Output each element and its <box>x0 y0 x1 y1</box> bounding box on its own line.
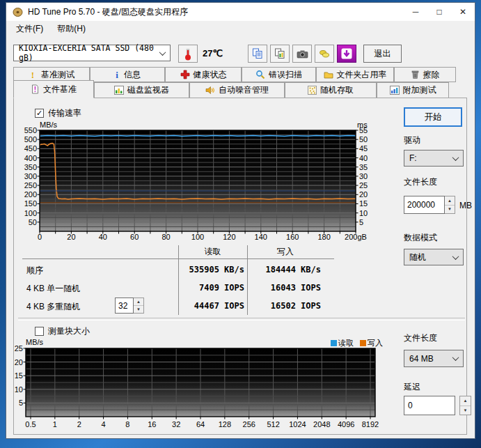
svg-text:60: 60 <box>130 233 139 241</box>
svg-text:1024: 1024 <box>289 420 306 428</box>
transfer-rate-chart: 5505004504003503002502001501005055504540… <box>14 120 376 245</box>
menu-help[interactable]: 帮助(H) <box>50 21 93 37</box>
tab-file-benchmark[interactable]: !文件基准 <box>13 80 94 98</box>
table-hline <box>22 258 334 259</box>
tab-health[interactable]: 健康状态 <box>165 67 242 82</box>
svg-text:0: 0 <box>38 233 42 241</box>
svg-text:0.5: 0.5 <box>25 420 36 428</box>
svg-text:25: 25 <box>359 181 368 190</box>
device-select-value: KIOXIA-EXCERIA SATA SSD (480 gB) <box>19 43 160 63</box>
aam-icon <box>205 86 215 95</box>
info-icon: i <box>114 70 120 79</box>
svg-text:256: 256 <box>243 420 255 428</box>
svg-text:16: 16 <box>148 420 156 428</box>
delay-spinner[interactable]: ▲▼ <box>459 396 471 415</box>
tab-disk-monitor[interactable]: 磁盘监视器 <box>94 82 189 98</box>
tab-label: 健康状态 <box>194 69 227 81</box>
delay-input[interactable]: 0 <box>404 396 455 415</box>
chevron-down-icon <box>452 253 459 260</box>
svg-text:5: 5 <box>19 399 23 407</box>
col-header-write: 写入 <box>247 246 324 258</box>
tab-label: 自动噪音管理 <box>219 84 269 96</box>
extra-tests-icon <box>390 86 400 95</box>
tab-info[interactable]: i信息 <box>90 67 165 82</box>
svg-text:10: 10 <box>359 209 368 217</box>
svg-text:180: 180 <box>317 233 330 241</box>
tab-error-scan[interactable]: 错误扫描 <box>242 67 316 82</box>
data-mode-value: 随机 <box>409 252 426 263</box>
tab-label: 磁盘监视器 <box>127 84 169 96</box>
copy-report-button[interactable] <box>248 45 267 63</box>
svg-text:MB/s: MB/s <box>26 338 44 346</box>
tab-random-access[interactable]: 随机存取 <box>285 82 377 98</box>
svg-text:10: 10 <box>15 385 23 394</box>
file-length2-select[interactable]: 64 MB <box>404 350 464 367</box>
svg-text:40: 40 <box>99 233 107 241</box>
svg-text:ms: ms <box>357 121 368 129</box>
svg-text:80: 80 <box>161 233 170 241</box>
save-results-button[interactable] <box>315 45 334 63</box>
temperature-button[interactable] <box>178 45 198 63</box>
minimize-button[interactable]: ─ <box>404 3 427 21</box>
svg-text:128: 128 <box>219 420 231 428</box>
window-title: HD Tune Pro 5.70 - 硬盘/固态硬盘实用程序 <box>28 6 188 18</box>
file-length-spinner[interactable]: 200000 ▲▼ <box>404 196 455 214</box>
col-header-read: 读取 <box>178 246 247 258</box>
screenshot-button[interactable] <box>292 45 312 63</box>
spin-down-button[interactable]: ▼ <box>445 206 455 214</box>
read-value: 7409 IOPS <box>181 283 244 293</box>
close-button[interactable]: ✕ <box>451 3 475 21</box>
svg-text:2: 2 <box>77 420 81 428</box>
start-button[interactable]: 开始 <box>404 107 462 127</box>
spin-up-button[interactable]: ▲ <box>460 396 471 406</box>
svg-text:4: 4 <box>102 420 106 428</box>
svg-text:32: 32 <box>172 420 180 428</box>
disk-monitor-icon <box>114 86 124 95</box>
queue-depth-spinner[interactable]: 32▲▼ <box>115 298 144 314</box>
drive-select-value: F: <box>409 153 417 163</box>
checkbox-box <box>35 327 44 336</box>
menu-file[interactable]: 文件(F) <box>9 21 50 37</box>
benchmark-icon: ! <box>29 70 38 79</box>
section-divider <box>18 318 465 320</box>
tab-erase[interactable]: 擦除 <box>394 67 456 82</box>
drive-label: 驱动 <box>404 134 420 146</box>
svg-text:45: 45 <box>359 144 368 153</box>
maximize-button[interactable]: □ <box>427 3 451 21</box>
write-value: 184444 KB/s <box>250 265 321 275</box>
spin-up-button[interactable]: ▲ <box>134 298 143 306</box>
svg-text:15: 15 <box>15 371 23 380</box>
svg-text:MB/s: MB/s <box>40 121 58 129</box>
svg-text:20: 20 <box>67 233 75 241</box>
copy-image-button[interactable] <box>270 45 290 63</box>
file-benchmark-page: ✓ 传输速率 550500450400350300250200150100505… <box>13 98 467 435</box>
transfer-rate-checkbox[interactable]: ✓ 传输速率 <box>35 107 81 119</box>
svg-text:50: 50 <box>29 218 37 226</box>
error-scan-icon <box>255 70 265 79</box>
svg-text:40: 40 <box>359 154 368 162</box>
drive-select[interactable]: F: <box>404 150 464 167</box>
camera-icon <box>297 49 308 59</box>
spin-down-button[interactable]: ▼ <box>460 406 471 415</box>
folder-usage-icon <box>324 70 333 79</box>
svg-text:500: 500 <box>24 135 37 144</box>
queue-depth-value: 32 <box>115 298 134 314</box>
file-length-label: 文件长度 <box>404 176 437 188</box>
checkbox-box: ✓ <box>35 109 44 118</box>
tab-extra-tests[interactable]: 附加测试 <box>377 82 449 98</box>
svg-text:25: 25 <box>15 344 23 353</box>
tab-label: 信息 <box>124 69 141 81</box>
exit-button[interactable]: 退出 <box>363 45 402 63</box>
download-update-button[interactable] <box>337 45 356 63</box>
results-table: 读取写入顺序535905 KB/s184444 KB/s4 KB 单一随机740… <box>22 244 334 316</box>
data-mode-select[interactable]: 随机 <box>404 249 464 265</box>
file-length-unit: MB <box>459 201 472 210</box>
chevron-down-icon <box>452 354 459 361</box>
spin-down-button[interactable]: ▼ <box>134 306 143 313</box>
svg-text:64: 64 <box>196 420 205 428</box>
tab-aam[interactable]: 自动噪音管理 <box>189 82 285 98</box>
tab-folder-usage[interactable]: 文件夹占用率 <box>316 67 394 82</box>
spin-up-button[interactable]: ▲ <box>445 196 455 206</box>
device-select[interactable]: KIOXIA-EXCERIA SATA SSD (480 gB) <box>13 45 171 61</box>
row-label: 4 KB 多重随机 <box>26 301 80 313</box>
